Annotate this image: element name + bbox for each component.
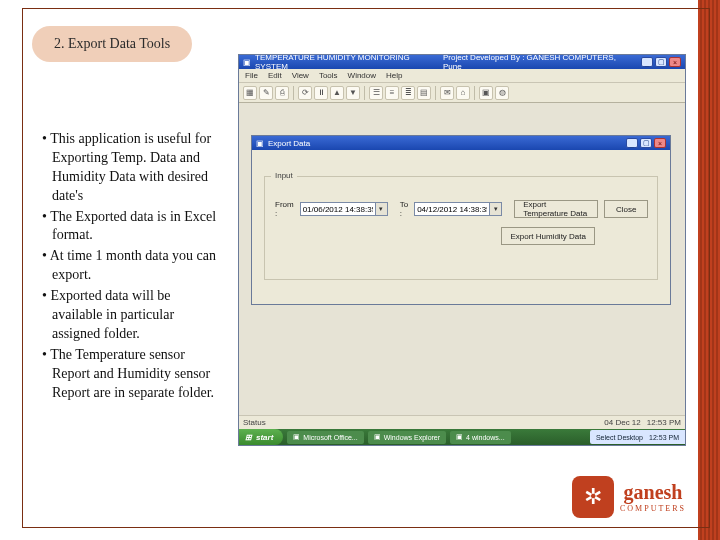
toolbar-button[interactable]: ▼ <box>346 86 360 100</box>
company-logo: ✲ ganesh COMPUTERS <box>572 476 686 518</box>
status-bar: Status 04 Dec 12 12:53 PM <box>239 415 685 429</box>
from-date-input[interactable] <box>300 202 376 216</box>
list-item: The Temperature sensor Report and Humidi… <box>42 346 220 403</box>
list-item: At time 1 month data you can export. <box>42 247 220 285</box>
menu-bar: File Edit View Tools Window Help <box>239 69 685 83</box>
toolbar-button[interactable]: ≡ <box>385 86 399 100</box>
maximize-button[interactable]: ▢ <box>655 57 667 67</box>
logo-name: ganesh <box>624 481 683 504</box>
toolbar-button[interactable]: ▦ <box>243 86 257 100</box>
taskbar: ⊞ start ▣Microsoft Office... ▣Windows Ex… <box>239 429 685 445</box>
toolbar-separator <box>435 86 436 100</box>
main-window-title-left: TEMPERATURE HUMIDITY MONITORING SYSTEM <box>255 53 443 71</box>
logo-subtitle: COMPUTERS <box>620 504 686 513</box>
taskbar-item[interactable]: ▣Microsoft Office... <box>287 431 363 444</box>
chevron-down-icon[interactable]: ▾ <box>376 202 388 216</box>
status-time: 12:53 PM <box>647 418 681 427</box>
toolbar-separator <box>293 86 294 100</box>
toolbar-button[interactable]: ▣ <box>479 86 493 100</box>
list-item: This application is useful for Exporting… <box>42 130 220 206</box>
toolbar: ▦ ✎ ⎙ ⟳ ⏸ ▲ ▼ ☰ ≡ ≣ ▤ ✉ ⌂ ▣ ◍ <box>239 83 685 103</box>
toolbar-button[interactable]: ▤ <box>417 86 431 100</box>
toolbar-button[interactable]: ⏸ <box>314 86 328 100</box>
taskbar-item[interactable]: ▣4 windows... <box>450 431 511 444</box>
taskbar-item[interactable]: ▣Windows Explorer <box>368 431 446 444</box>
main-window-title-right: Project Developed By : GANESH COMPUTERS,… <box>443 53 635 71</box>
app-icon: ▣ <box>456 433 463 441</box>
minimize-button[interactable]: _ <box>626 138 638 148</box>
mdi-client-area: ▣ Export Data _ ▢ × Input From : ▾ <box>239 103 685 427</box>
bullet-list: This application is useful for Exporting… <box>42 130 220 404</box>
to-date-input[interactable] <box>414 202 490 216</box>
slide-title: 2. Export Data Tools <box>32 26 192 62</box>
toolbar-button[interactable]: ≣ <box>401 86 415 100</box>
toolbar-separator <box>364 86 365 100</box>
export-temperature-button[interactable]: Export Temperature Data <box>514 200 598 218</box>
windows-icon: ⊞ <box>245 433 252 442</box>
maximize-button[interactable]: ▢ <box>640 138 652 148</box>
status-label: Status <box>243 418 266 427</box>
status-date: 04 Dec 12 <box>604 418 640 427</box>
toolbar-button[interactable]: ✉ <box>440 86 454 100</box>
toolbar-button[interactable]: ◍ <box>495 86 509 100</box>
export-window-title: Export Data <box>268 139 310 148</box>
start-button[interactable]: ⊞ start <box>239 429 283 445</box>
toolbar-button[interactable]: ⎙ <box>275 86 289 100</box>
toolbar-button[interactable]: ⟳ <box>298 86 312 100</box>
close-button[interactable]: × <box>669 57 681 67</box>
export-window-icon: ▣ <box>256 139 264 148</box>
app-icon: ▣ <box>243 58 251 67</box>
tray-time: 12:53 PM <box>649 434 679 441</box>
close-dialog-button[interactable]: Close <box>604 200 648 218</box>
start-label: start <box>256 433 273 442</box>
menu-tools[interactable]: Tools <box>319 71 338 80</box>
menu-view[interactable]: View <box>292 71 309 80</box>
to-label: To : <box>400 200 408 218</box>
list-item: The Exported data is in Excel format. <box>42 208 220 246</box>
list-item: Exported data will be available in parti… <box>42 287 220 344</box>
folder-icon: ▣ <box>374 433 381 441</box>
logo-icon: ✲ <box>572 476 614 518</box>
chevron-down-icon[interactable]: ▾ <box>490 202 502 216</box>
input-groupbox: Input From : ▾ To : ▾ Export Temperature… <box>264 176 658 280</box>
menu-file[interactable]: File <box>245 71 258 80</box>
toolbar-separator <box>474 86 475 100</box>
app-window: ▣ TEMPERATURE HUMIDITY MONITORING SYSTEM… <box>238 54 686 446</box>
export-window-titlebar: ▣ Export Data _ ▢ × <box>252 136 670 150</box>
main-window-titlebar: ▣ TEMPERATURE HUMIDITY MONITORING SYSTEM… <box>239 55 685 69</box>
app-icon: ▣ <box>293 433 300 441</box>
toolbar-button[interactable]: ✎ <box>259 86 273 100</box>
menu-edit[interactable]: Edit <box>268 71 282 80</box>
menu-window[interactable]: Window <box>348 71 376 80</box>
export-data-window: ▣ Export Data _ ▢ × Input From : ▾ <box>251 135 671 305</box>
toolbar-button[interactable]: ⌂ <box>456 86 470 100</box>
close-button[interactable]: × <box>654 138 666 148</box>
toolbar-button[interactable]: ☰ <box>369 86 383 100</box>
export-humidity-button[interactable]: Export Humidity Data <box>501 227 595 245</box>
from-label: From : <box>275 200 294 218</box>
toolbar-button[interactable]: ▲ <box>330 86 344 100</box>
groupbox-label: Input <box>271 171 297 180</box>
system-tray[interactable]: Select Desktop 12:53 PM <box>590 430 685 444</box>
minimize-button[interactable]: _ <box>641 57 653 67</box>
menu-help[interactable]: Help <box>386 71 402 80</box>
tray-label: Select Desktop <box>596 434 643 441</box>
